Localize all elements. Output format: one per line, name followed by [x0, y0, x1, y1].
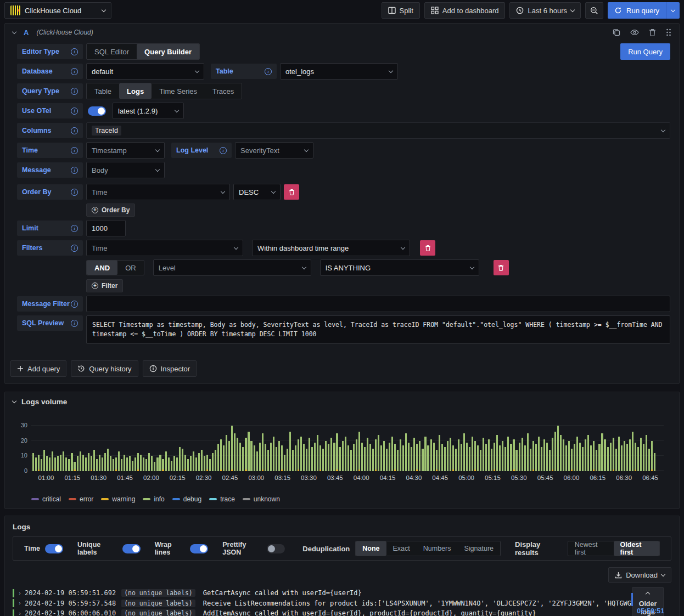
order-by-direction-select[interactable]: DESC — [233, 184, 281, 200]
inspector-button[interactable]: Inspector — [143, 360, 197, 377]
dedup-option[interactable]: Signature — [458, 541, 501, 556]
unique-labels-toggle[interactable] — [122, 544, 141, 553]
add-filter-button[interactable]: +Filter — [86, 279, 123, 292]
add-to-dashboard-button[interactable]: Add to dashboard — [424, 2, 506, 19]
volume-bar — [513, 439, 514, 471]
dedup-option[interactable]: Numbers — [417, 541, 458, 556]
add-query-button[interactable]: Add query — [10, 360, 66, 377]
download-button[interactable]: Download — [608, 567, 671, 583]
otel-version-select[interactable]: latest (1.2.9) — [113, 103, 184, 119]
x-axis-labels: 01:0001:1501:3001:4502:0002:1502:3002:45… — [31, 474, 664, 483]
logs-volume-chart[interactable]: 0102030 01:0001:1501:3001:4502:0002:1502… — [10, 421, 664, 494]
run-query-inline-button[interactable]: Run Query — [620, 43, 670, 60]
query-type-option[interactable]: Time Series — [152, 83, 205, 99]
info-icon[interactable]: i — [71, 108, 78, 115]
wrap-lines-toggle[interactable] — [190, 544, 208, 553]
info-icon[interactable]: i — [71, 127, 78, 134]
volume-bar — [298, 439, 299, 471]
info-icon[interactable]: i — [71, 245, 78, 252]
remove-order-by-button[interactable] — [284, 184, 299, 200]
query-type-option[interactable]: Logs — [119, 83, 152, 99]
legend-item-trace[interactable]: trace — [209, 495, 235, 503]
info-icon[interactable]: i — [265, 68, 272, 75]
filter-operator-select[interactable]: Within dashboard time range — [252, 240, 410, 256]
remove-query-trash-icon[interactable] — [649, 29, 656, 36]
time-range-picker[interactable]: Last 6 hours — [509, 2, 581, 19]
use-otel-toggle[interactable] — [88, 106, 106, 116]
info-icon[interactable]: i — [71, 167, 78, 174]
legend-item-info[interactable]: info — [143, 495, 164, 503]
legend-item-debug[interactable]: debug — [172, 495, 201, 503]
info-icon[interactable]: i — [220, 147, 227, 154]
display-option[interactable]: Newest first — [568, 541, 614, 556]
info-icon[interactable]: i — [71, 88, 78, 95]
info-icon[interactable]: i — [71, 48, 78, 55]
prettify-json-toggle[interactable] — [267, 544, 285, 553]
columns-multiselect[interactable]: TraceId — [86, 122, 670, 139]
query-row-header[interactable]: A (ClickHouse Cloud) — [5, 24, 679, 41]
columns-label: Columnsi — [17, 123, 83, 138]
query-type-option[interactable]: Traces — [205, 83, 242, 99]
time-toggle[interactable] — [45, 544, 63, 553]
datasource-picker[interactable]: ClickHouse Cloud — [4, 2, 111, 19]
editor-type-option[interactable]: SQL Editor — [87, 44, 137, 59]
query-type-label: Query Typei — [17, 83, 83, 99]
remove-filter-button[interactable] — [420, 240, 435, 256]
legend-item-warning[interactable]: warning — [101, 495, 135, 503]
info-icon[interactable]: i — [71, 301, 78, 308]
scrollbar-indicator[interactable] — [631, 593, 633, 606]
logs-volume-header[interactable]: Logs volume — [5, 392, 679, 407]
run-query-button[interactable]: Run query — [608, 2, 666, 19]
legend-item-unknown[interactable]: unknown — [243, 495, 280, 503]
log-row[interactable]: ›2024-02-19 06:00:06.010(no unique label… — [13, 608, 671, 616]
volume-bar — [242, 447, 244, 471]
table-select[interactable]: otel_logs — [280, 63, 398, 80]
drag-handle-icon[interactable] — [666, 29, 671, 36]
log-row[interactable]: ›2024-02-19 05:59:57.548(no unique label… — [13, 598, 671, 609]
conjunction-option[interactable]: AND — [87, 261, 117, 275]
dedup-option[interactable]: Exact — [386, 541, 417, 556]
run-query-caret[interactable] — [666, 2, 680, 19]
expand-row-chevron-icon[interactable]: › — [18, 611, 25, 616]
limit-input[interactable]: 1000 — [86, 220, 126, 236]
log-level-select[interactable]: SeverityText — [235, 142, 313, 159]
volume-bar — [262, 433, 263, 471]
filter-field-select[interactable]: Time — [86, 240, 243, 256]
expand-row-chevron-icon[interactable]: › — [18, 590, 25, 596]
volume-bar — [115, 457, 117, 471]
message-column-select[interactable]: Body — [86, 162, 165, 178]
info-icon[interactable]: i — [71, 189, 78, 196]
condition-operator-select[interactable]: IS ANYTHING — [320, 259, 479, 276]
conjunction-option[interactable]: OR — [117, 261, 144, 275]
collapse-chevron-icon[interactable] — [12, 29, 16, 33]
zoom-out-button[interactable] — [585, 2, 603, 19]
legend-item-critical[interactable]: critical — [31, 495, 61, 503]
info-icon[interactable]: i — [71, 147, 78, 154]
info-icon[interactable]: i — [71, 320, 78, 327]
info-icon[interactable]: i — [71, 225, 78, 232]
legend-swatch — [69, 498, 76, 500]
query-history-button[interactable]: Query history — [71, 360, 138, 377]
order-by-field-select[interactable]: Time — [86, 184, 230, 200]
query-type-option[interactable]: Table — [87, 83, 119, 99]
editor-type-option[interactable]: Query Builder — [137, 44, 199, 59]
dedup-option[interactable]: None — [356, 541, 386, 556]
time-column-select[interactable]: Timestamp — [86, 142, 165, 159]
volume-bar — [151, 456, 153, 471]
info-icon[interactable]: i — [71, 68, 78, 75]
message-filter-input[interactable] — [86, 296, 670, 312]
condition-field-select[interactable]: Level — [153, 259, 311, 276]
volume-bar — [347, 445, 349, 471]
legend-item-error[interactable]: error — [69, 495, 93, 503]
run-query-split-button[interactable]: Run query — [608, 2, 680, 19]
remove-condition-button[interactable] — [494, 260, 509, 275]
add-order-by-button[interactable]: +Order By — [86, 204, 135, 217]
log-row[interactable]: ›2024-02-19 05:59:51.692(no unique label… — [13, 588, 671, 598]
column-chip[interactable]: TraceId — [92, 126, 121, 135]
expand-row-chevron-icon[interactable]: › — [18, 600, 25, 606]
database-select[interactable]: default — [86, 63, 204, 80]
hide-query-eye-icon[interactable] — [630, 29, 639, 36]
display-option[interactable]: Oldest first — [614, 541, 659, 556]
duplicate-query-icon[interactable] — [613, 29, 620, 36]
split-button[interactable]: Split — [382, 2, 420, 19]
